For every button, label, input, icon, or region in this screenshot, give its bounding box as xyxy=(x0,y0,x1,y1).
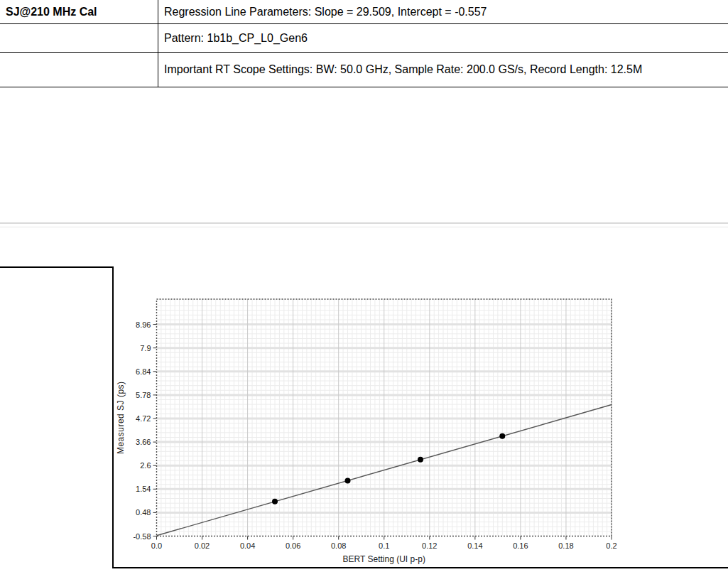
svg-text:0.18: 0.18 xyxy=(558,541,573,550)
svg-text:0.06: 0.06 xyxy=(286,541,300,550)
svg-text:0.48: 0.48 xyxy=(136,508,151,517)
sj-calibration-chart: 0.00.020.040.060.080.10.120.140.160.180.… xyxy=(0,0,728,572)
svg-text:5.78: 5.78 xyxy=(136,391,151,399)
svg-text:0.0: 0.0 xyxy=(151,541,162,550)
svg-text:Measured SJ (ps): Measured SJ (ps) xyxy=(116,381,126,454)
svg-text:0.04: 0.04 xyxy=(240,541,255,550)
svg-text:0.16: 0.16 xyxy=(513,541,528,550)
svg-text:0.1: 0.1 xyxy=(379,541,389,550)
svg-text:0.08: 0.08 xyxy=(331,541,346,550)
svg-text:4.72: 4.72 xyxy=(136,414,151,423)
svg-text:8.96: 8.96 xyxy=(136,320,151,329)
svg-text:0.02: 0.02 xyxy=(195,541,210,550)
svg-text:6.84: 6.84 xyxy=(136,367,151,376)
svg-text:0.2: 0.2 xyxy=(606,541,616,550)
chart-svg: 0.00.020.040.060.080.10.120.140.160.180.… xyxy=(0,0,728,572)
svg-text:BERT Setting (UI p-p): BERT Setting (UI p-p) xyxy=(343,554,425,564)
svg-text:7.9: 7.9 xyxy=(140,344,151,352)
svg-text:3.66: 3.66 xyxy=(136,438,151,446)
svg-text:2.6: 2.6 xyxy=(140,461,151,470)
svg-text:-0.58: -0.58 xyxy=(133,532,151,541)
svg-text:0.12: 0.12 xyxy=(422,541,437,550)
svg-text:0.14: 0.14 xyxy=(467,541,482,550)
svg-text:1.54: 1.54 xyxy=(136,485,151,493)
